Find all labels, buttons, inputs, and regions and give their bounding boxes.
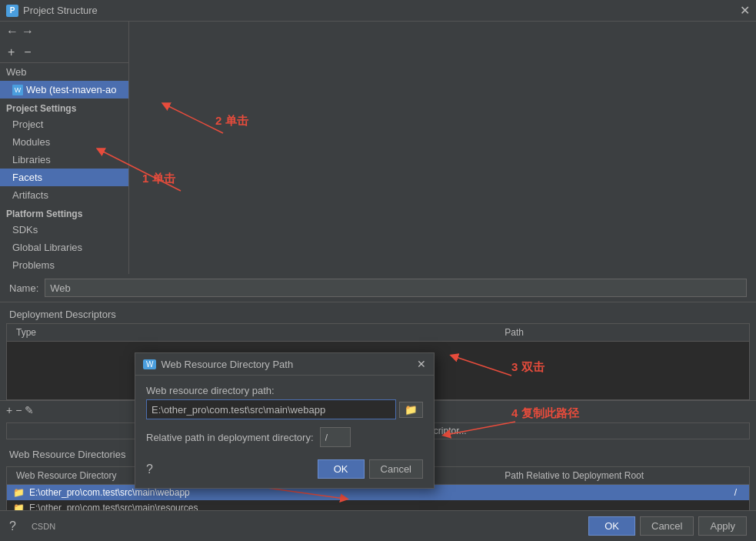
col-relative-path: Path Relative to Deployment Root (495, 469, 749, 483)
ok-button[interactable]: OK (588, 516, 635, 536)
sidebar-item-facets[interactable]: Facets (0, 169, 128, 186)
relative-input[interactable] (320, 427, 351, 447)
folder-icon-2: 📁 (13, 503, 25, 510)
browse-button[interactable]: 📁 (399, 402, 423, 418)
row1-relative: / (734, 487, 743, 498)
remove-button[interactable]: − (21, 44, 34, 61)
col-type: Type (7, 326, 495, 339)
dialog-body: Web resource directory path: 📁 Relative … (135, 376, 434, 488)
row2-path: E:\other_pro\com.test\src\main\resources (29, 503, 738, 510)
sidebar-item-modules[interactable]: Modules (0, 133, 128, 151)
annotation-step1: 1 单击 (142, 172, 175, 186)
row1-path: E:\other_pro\com.test\src\main\webapp (29, 487, 730, 498)
dialog-ok-button[interactable]: OK (318, 459, 365, 479)
dialog-help-icon[interactable]: ? (146, 463, 153, 476)
add-button[interactable]: + (5, 44, 18, 61)
dialog-cancel-button[interactable]: Cancel (369, 459, 423, 479)
window-title: Project Structure (23, 5, 740, 16)
sidebar-item-project[interactable]: Project (0, 115, 128, 133)
sidebar-toolbar: + − (0, 42, 128, 63)
dialog-title-bar: W Web Resource Directory Path ✕ (135, 353, 434, 376)
dir-input-row: 📁 (146, 399, 423, 419)
svg-line-1 (165, 105, 223, 133)
panel-header: Name: (0, 274, 756, 302)
sidebar-item-libraries[interactable]: Libraries (0, 151, 128, 169)
dialog-close-button[interactable]: ✕ (417, 358, 426, 370)
bottom-right: OK Cancel Apply (588, 516, 747, 536)
dialog: W Web Resource Directory Path ✕ Web reso… (135, 352, 435, 489)
nav-buttons: ← → (0, 22, 128, 42)
dialog-title: Web Resource Directory Path (161, 359, 293, 370)
deployment-descriptors-title: Deployment Descriptors (0, 302, 756, 323)
deployment-edit-btn[interactable]: ✎ (25, 404, 34, 416)
name-input[interactable] (45, 279, 747, 297)
apply-button[interactable]: Apply (698, 516, 747, 536)
relative-label: Relative path in deployment directory: (146, 432, 314, 443)
folder-icon-1: 📁 (13, 487, 25, 498)
relative-row: Relative path in deployment directory: (146, 427, 423, 447)
dir-input[interactable] (146, 399, 396, 419)
web-resource-row-2[interactable]: 📁 E:\other_pro\com.test\src\main\resourc… (7, 500, 749, 510)
app-icon: P (6, 5, 18, 17)
title-bar: P Project Structure ✕ (0, 0, 756, 22)
dialog-icon: W (143, 359, 156, 369)
module-icon: W (12, 85, 23, 95)
deployment-table-header: Type Path (7, 324, 749, 342)
sidebar-tree-web-module[interactable]: W Web (test-maven-ao (0, 81, 128, 99)
sidebar: ← → + − Web W Web (test-maven-ao Project… (0, 22, 129, 274)
col-path: Path (495, 326, 749, 339)
deployment-add-btn[interactable]: + (6, 404, 12, 416)
dir-label: Web resource directory path: (146, 385, 423, 396)
close-button[interactable]: ✕ (740, 3, 750, 18)
sidebar-tree-web[interactable]: Web (0, 63, 128, 81)
sidebar-item-sdks[interactable]: SDKs (0, 221, 128, 239)
bottom-bar: ? CSDN OK Cancel Apply (0, 510, 756, 541)
sidebar-item-problems[interactable]: Problems (0, 256, 128, 274)
dialog-title-text: W Web Resource Directory Path (143, 359, 293, 370)
deployment-remove-btn[interactable]: − (15, 404, 22, 416)
help-icon[interactable]: ? (9, 519, 16, 533)
name-label: Name: (9, 282, 38, 294)
sidebar-item-global-libraries[interactable]: Global Libraries (0, 239, 128, 256)
web-label: Web (6, 66, 27, 78)
back-button[interactable]: ← (6, 25, 18, 38)
dialog-buttons: ? OK Cancel (146, 456, 423, 479)
project-settings-header: Project Settings (0, 99, 128, 115)
module-label: Web (test-maven-ao (26, 84, 117, 95)
watermark-csdn: CSDN (32, 522, 55, 531)
dialog-btn-group: OK Cancel (318, 459, 423, 479)
forward-button[interactable]: → (22, 25, 34, 38)
sidebar-item-artifacts[interactable]: Artifacts (0, 186, 128, 204)
annotation-step2: 2 单击 (215, 114, 248, 129)
platform-settings-header: Platform Settings (0, 204, 128, 221)
bottom-left: ? (9, 519, 16, 533)
cancel-button[interactable]: Cancel (640, 516, 694, 536)
